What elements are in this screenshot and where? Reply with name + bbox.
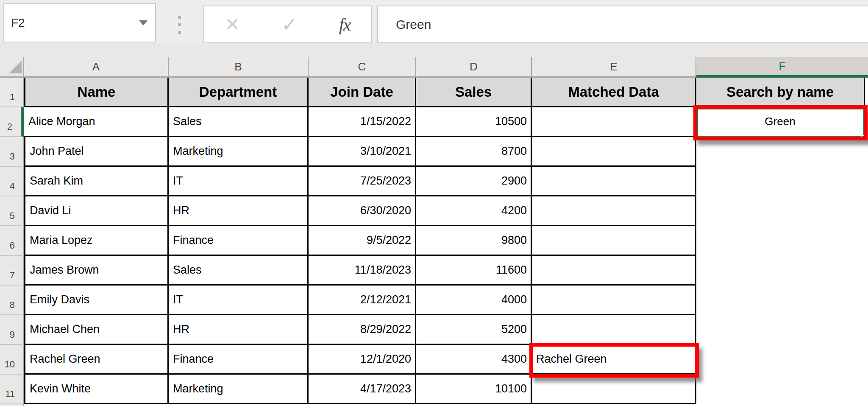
cell-F1[interactable]: Search by name: [696, 78, 865, 107]
red-highlight-box-f2: [693, 105, 868, 140]
cell-E5[interactable]: [532, 196, 696, 226]
cell-C6[interactable]: 9/5/2022: [309, 226, 416, 256]
row-header-4[interactable]: 4: [0, 167, 24, 196]
cell-D2[interactable]: 10500: [416, 107, 532, 137]
column-header-D[interactable]: D: [416, 57, 532, 78]
cell-C7[interactable]: 11/18/2023: [309, 256, 416, 286]
cell-D5[interactable]: 4200: [416, 196, 532, 226]
cell-F8[interactable]: [696, 286, 868, 315]
cell-B9[interactable]: HR: [169, 315, 309, 345]
cell-F3[interactable]: [696, 137, 868, 167]
cell-C8[interactable]: 2/12/2021: [309, 286, 416, 315]
cell-F4[interactable]: [696, 167, 868, 196]
cell-B10[interactable]: Finance: [169, 345, 309, 375]
cell-D7[interactable]: 11600: [416, 256, 532, 286]
cell-A7[interactable]: James Brown: [24, 256, 169, 286]
cell-D3[interactable]: 8700: [416, 137, 532, 167]
row-header-10[interactable]: 10: [0, 345, 24, 375]
column-header-A[interactable]: A: [24, 57, 169, 78]
red-highlight-box-e10: [529, 343, 699, 378]
cell-E2[interactable]: [532, 107, 696, 137]
row-header-5[interactable]: 5: [0, 196, 24, 226]
name-box[interactable]: F2: [3, 3, 156, 42]
cell-E6[interactable]: [532, 226, 696, 256]
cell-A3[interactable]: John Patel: [24, 137, 169, 167]
cell-A10[interactable]: Rachel Green: [24, 345, 169, 375]
cell-E4[interactable]: [532, 167, 696, 196]
cell-F6[interactable]: [696, 226, 868, 256]
row-header-8[interactable]: 8: [0, 286, 24, 315]
table-row: 7James BrownSales11/18/202311600: [0, 256, 868, 286]
row-header-11[interactable]: 11: [0, 375, 24, 404]
cell-A6[interactable]: Maria Lopez: [24, 226, 169, 256]
cell-E11[interactable]: [532, 375, 696, 404]
cell-A1[interactable]: Name: [24, 78, 169, 107]
cell-E3[interactable]: [532, 137, 696, 167]
row-header-2[interactable]: 2: [0, 107, 24, 137]
cancel-icon[interactable]: ✕: [225, 14, 240, 35]
cell-C5[interactable]: 6/30/2020: [309, 196, 416, 226]
name-box-dropdown-icon[interactable]: [139, 20, 147, 25]
cell-C3[interactable]: 3/10/2021: [309, 137, 416, 167]
confirm-icon[interactable]: ✓: [281, 13, 298, 36]
column-header-strip: ABCDEF: [0, 57, 868, 78]
formula-bar-value[interactable]: Green: [378, 17, 431, 32]
cell-F10[interactable]: [696, 345, 868, 375]
cell-C10[interactable]: 12/1/2020: [309, 345, 416, 375]
cell-E8[interactable]: [532, 286, 696, 315]
sheet-background: [865, 78, 868, 107]
toolbar-drag-handle-icon: [178, 16, 181, 34]
cell-C11[interactable]: 4/17/2023: [309, 375, 416, 404]
formula-icon-panel: ✕ ✓ fx: [203, 6, 372, 43]
table-row: 4Sarah KimIT7/25/20232900: [0, 167, 868, 196]
cell-D1[interactable]: Sales: [416, 78, 532, 107]
row-header-6[interactable]: 6: [0, 226, 24, 256]
cell-C2[interactable]: 1/15/2022: [309, 107, 416, 137]
cell-B6[interactable]: Finance: [169, 226, 309, 256]
cell-B8[interactable]: IT: [169, 286, 309, 315]
row-header-1[interactable]: 1: [0, 78, 24, 107]
cell-A2[interactable]: Alice Morgan: [24, 107, 169, 137]
cell-B3[interactable]: Marketing: [169, 137, 309, 167]
cell-A9[interactable]: Michael Chen: [24, 315, 169, 345]
name-box-value[interactable]: F2: [4, 16, 139, 30]
cell-E7[interactable]: [532, 256, 696, 286]
cell-C9[interactable]: 8/29/2022: [309, 315, 416, 345]
row-header-3[interactable]: 3: [0, 137, 24, 167]
cell-A5[interactable]: David Li: [24, 196, 169, 226]
column-header-C[interactable]: C: [309, 57, 416, 78]
cell-E9[interactable]: [532, 315, 696, 345]
cell-B2[interactable]: Sales: [169, 107, 309, 137]
formula-bar[interactable]: Green: [377, 6, 868, 43]
cell-F9[interactable]: [696, 315, 868, 345]
cell-A11[interactable]: Kevin White: [24, 375, 169, 404]
column-header-F[interactable]: F: [696, 57, 868, 78]
select-all-triangle-icon: [9, 61, 22, 73]
table-row: 6Maria LopezFinance9/5/20229800: [0, 226, 868, 256]
cell-C4[interactable]: 7/25/2023: [309, 167, 416, 196]
cell-D9[interactable]: 5200: [416, 315, 532, 345]
cell-D11[interactable]: 10100: [416, 375, 532, 404]
cell-E1[interactable]: Matched Data: [532, 78, 696, 107]
cell-B4[interactable]: IT: [169, 167, 309, 196]
cell-A4[interactable]: Sarah Kim: [24, 167, 169, 196]
cell-D10[interactable]: 4300: [416, 345, 532, 375]
row-header-9[interactable]: 9: [0, 315, 24, 345]
cell-F5[interactable]: [696, 196, 868, 226]
cell-F11[interactable]: [696, 375, 868, 404]
cell-D4[interactable]: 2900: [416, 167, 532, 196]
cell-C1[interactable]: Join Date: [309, 78, 416, 107]
cell-B1[interactable]: Department: [169, 78, 309, 107]
cell-D6[interactable]: 9800: [416, 226, 532, 256]
cell-F7[interactable]: [696, 256, 868, 286]
row-header-7[interactable]: 7: [0, 256, 24, 286]
cell-B5[interactable]: HR: [169, 196, 309, 226]
insert-function-icon[interactable]: fx: [339, 14, 350, 35]
column-header-B[interactable]: B: [169, 57, 309, 78]
cell-D8[interactable]: 4000: [416, 286, 532, 315]
cell-B7[interactable]: Sales: [169, 256, 309, 286]
cell-A8[interactable]: Emily Davis: [24, 286, 169, 315]
cell-B11[interactable]: Marketing: [169, 375, 309, 404]
select-all-corner[interactable]: [0, 57, 24, 78]
column-header-E[interactable]: E: [532, 57, 696, 78]
